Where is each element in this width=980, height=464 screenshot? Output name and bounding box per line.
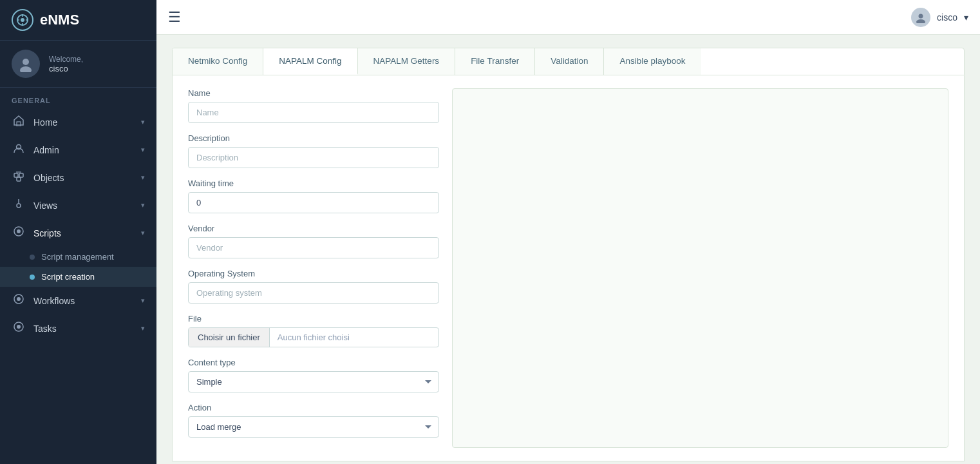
tasks-chevron: ▾ [141, 324, 145, 333]
content-type-select[interactable]: Simple Advanced [188, 371, 439, 392]
description-group: Description [188, 133, 439, 168]
tab-napalm-getters[interactable]: NAPALM Getters [358, 48, 456, 75]
action-select[interactable]: Load merge Load replace Commit [188, 416, 439, 438]
content-type-group: Content type Simple Advanced [188, 358, 439, 392]
admin-icon [12, 142, 26, 157]
sidebar-item-objects-label: Objects [33, 173, 64, 183]
vendor-input[interactable] [188, 237, 439, 258]
welcome-text: Welcome, [49, 55, 83, 64]
sidebar-item-home-label: Home [33, 117, 57, 128]
topbar-avatar [911, 8, 930, 27]
user-info: Welcome, cisco [49, 55, 83, 73]
menu-toggle-button[interactable]: ☰ [168, 9, 181, 26]
sidebar-item-objects[interactable]: Objects ▾ [0, 164, 156, 191]
sidebar-item-admin[interactable]: Admin ▾ [0, 136, 156, 164]
sidebar-item-views-label: Views [33, 200, 57, 211]
views-icon [12, 198, 26, 213]
objects-chevron: ▾ [141, 173, 145, 182]
name-group: Name [188, 88, 439, 123]
sidebar-item-tasks-label: Tasks [33, 324, 57, 334]
name-input[interactable] [188, 102, 439, 123]
admin-chevron: ▾ [141, 146, 145, 154]
svg-rect-8 [17, 122, 21, 126]
file-label: File [188, 314, 439, 324]
operating-system-input[interactable] [188, 282, 439, 304]
svg-point-23 [916, 19, 925, 23]
sidebar-item-workflows-label: Workflows [33, 296, 75, 306]
tab-validation[interactable]: Validation [535, 48, 604, 75]
sidebar-item-scripts-label: Scripts [33, 228, 61, 238]
svg-rect-11 [19, 173, 23, 177]
topbar-right: cisco ▾ [911, 8, 968, 27]
content-area: Netmiko Config NAPALM Config NAPALM Gett… [156, 35, 980, 464]
objects-icon [12, 170, 26, 185]
svg-point-6 [23, 59, 29, 65]
waiting-time-input[interactable] [188, 192, 439, 213]
svg-point-1 [21, 18, 24, 22]
svg-rect-10 [14, 173, 18, 177]
app-logo[interactable]: eNMS [0, 0, 156, 40]
form-left: Name Description Waiting time Vendor [188, 88, 439, 448]
home-chevron: ▾ [141, 118, 145, 126]
sidebar-subitem-script-management[interactable]: Script management [0, 247, 156, 267]
svg-rect-12 [17, 177, 21, 181]
script-management-dot [30, 255, 35, 260]
sidebar-item-admin-label: Admin [33, 145, 59, 155]
svg-point-14 [17, 204, 21, 208]
svg-point-7 [20, 66, 32, 72]
tab-file-transfer[interactable]: File Transfer [455, 48, 535, 75]
sidebar-item-scripts[interactable]: Scripts ▾ [0, 219, 156, 247]
action-label: Action [188, 403, 439, 412]
scripts-icon [12, 226, 26, 240]
action-group: Action Load merge Load replace Commit [188, 403, 439, 438]
vendor-label: Vendor [188, 224, 439, 233]
file-input-wrapper: Choisir un fichier Aucun fichier choisi [188, 327, 439, 347]
sidebar-item-views[interactable]: Views ▾ [0, 191, 156, 219]
scripts-chevron: ▾ [141, 229, 145, 237]
sidebar-item-tasks[interactable]: Tasks ▾ [0, 314, 156, 342]
app-title: eNMS [40, 12, 79, 28]
username: cisco [49, 64, 83, 73]
views-chevron: ▾ [141, 201, 145, 209]
user-section: Welcome, cisco [0, 40, 156, 88]
waiting-time-label: Waiting time [188, 179, 439, 188]
file-group: File Choisir un fichier Aucun fichier ch… [188, 314, 439, 347]
file-choose-button[interactable]: Choisir un fichier [189, 328, 270, 347]
general-section-label: GENERAL [0, 88, 156, 108]
description-input[interactable] [188, 147, 439, 168]
operating-system-group: Operating System [188, 269, 439, 304]
code-editor-panel[interactable] [452, 88, 948, 448]
script-management-label: Script management [41, 252, 114, 262]
svg-point-19 [17, 297, 21, 301]
workflows-icon [12, 293, 26, 308]
operating-system-label: Operating System [188, 269, 439, 278]
topbar-username: cisco [937, 12, 957, 23]
topbar-chevron[interactable]: ▾ [964, 12, 968, 23]
avatar [12, 50, 40, 78]
vendor-group: Vendor [188, 224, 439, 258]
svg-point-17 [17, 229, 21, 233]
tab-ansible-playbook[interactable]: Ansible playbook [604, 48, 701, 75]
script-creation-dot [30, 275, 35, 280]
tab-netmiko-config[interactable]: Netmiko Config [173, 48, 263, 75]
waiting-time-group: Waiting time [188, 179, 439, 213]
main-content: ☰ cisco ▾ Netmiko Config NAPALM Config N… [156, 0, 980, 464]
home-icon [12, 115, 26, 130]
form-panel: Name Description Waiting time Vendor [172, 75, 965, 461]
script-creation-label: Script creation [41, 272, 95, 282]
svg-point-21 [17, 325, 21, 329]
tasks-icon [12, 321, 26, 336]
tabs-bar: Netmiko Config NAPALM Config NAPALM Gett… [172, 48, 965, 75]
content-type-label: Content type [188, 358, 439, 367]
tab-napalm-config[interactable]: NAPALM Config [263, 48, 357, 75]
sidebar-subitem-script-creation[interactable]: Script creation [0, 267, 156, 287]
logo-icon [12, 9, 33, 31]
name-label: Name [188, 88, 439, 98]
file-name-display: Aucun fichier choisi [270, 328, 438, 347]
description-label: Description [188, 133, 439, 143]
sidebar: eNMS Welcome, cisco GENERAL Home ▾ [0, 0, 156, 464]
sidebar-item-workflows[interactable]: Workflows ▾ [0, 287, 156, 314]
topbar: ☰ cisco ▾ [156, 0, 980, 35]
sidebar-item-home[interactable]: Home ▾ [0, 108, 156, 136]
svg-point-22 [919, 14, 923, 18]
